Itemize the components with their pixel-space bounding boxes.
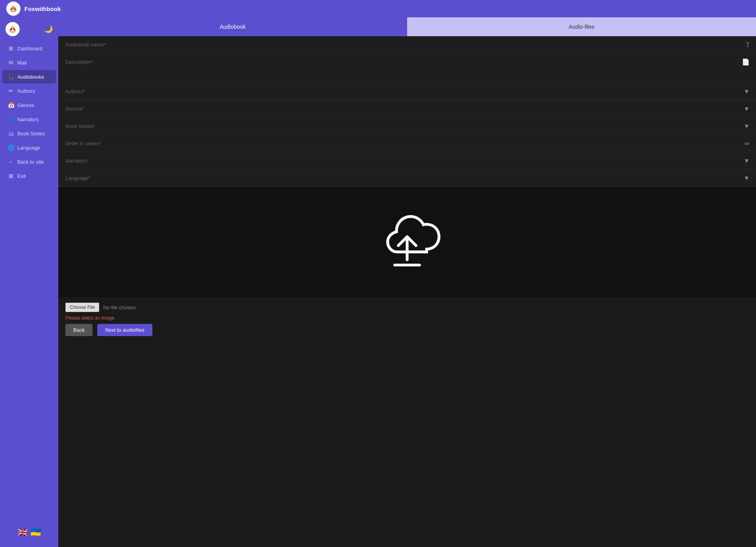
description-field: Description* 📄 [58,54,756,83]
logo-avatar [6,2,20,16]
tab-audio-files[interactable]: Audio-files [407,17,756,36]
choose-file-button[interactable]: Choose File [65,303,99,312]
genres-field: Genres* ▼ [58,100,756,118]
sidebar-avatar [6,22,20,36]
genres-dropdown-icon: ▼ [743,105,750,113]
sidebar-item-label: Genres [17,102,34,108]
sidebar-item-label: Audiobooks [17,74,44,80]
language-icon: 🌐 [8,144,14,151]
svg-point-13 [11,29,12,30]
order-edit-icon: ✏ [745,140,750,147]
back-arrow-icon: ← [8,159,14,165]
svg-point-15 [12,31,13,32]
sidebar-item-label: Narrators [17,116,39,122]
book-series-select[interactable] [58,118,756,135]
tabs-bar: Audiobook Audio-files [58,17,756,36]
dashboard-icon: ⊞ [8,45,14,52]
file-choose-row: Choose File No file chosen [65,303,749,312]
brand-name: Foxwithbook [24,6,61,12]
svg-point-6 [14,9,15,10]
sidebar-item-audiobooks[interactable]: 🎧 Audiobooks [2,70,56,83]
cloud-upload-icon [372,213,443,272]
order-in-series-input[interactable] [58,135,756,152]
top-navbar: Foxwithbook [0,0,756,17]
upload-area [58,187,756,297]
sidebar-item-language[interactable]: 🌐 Language [2,141,56,154]
sidebar-item-label: Authors [17,88,35,94]
audiobooks-icon: 🎧 [8,74,14,80]
content-area: Audiobook Audio-files Audiobook name* T … [58,17,756,547]
main-layout: 🌙 ⊞ Dashboard ✉ Mail 🎧 Audiobooks ✏ Auth… [0,17,756,547]
narrators-select[interactable] [58,152,756,169]
narrators-field: Narrators* ▼ [58,152,756,170]
language-flags: 🇬🇧 🇺🇦 [0,523,58,542]
sidebar-item-narrators[interactable]: 👤 Narrators [2,113,56,126]
book-series-dropdown-icon: ▼ [743,123,750,130]
sidebar-item-back-to-site[interactable]: ← Back to site [2,155,56,168]
flag-ua[interactable]: 🇺🇦 [30,527,41,538]
language-dropdown-icon: ▼ [743,175,750,182]
svg-point-7 [13,11,14,11]
next-button[interactable]: Next to audiofiles [97,324,152,336]
authors-field: Authors* ▼ [58,83,756,100]
sidebar-item-label: Mail [17,60,27,66]
mail-icon: ✉ [8,59,14,66]
exit-icon: ⊠ [8,173,14,179]
language-field: Language* ▼ [58,170,756,187]
description-input[interactable] [58,54,756,81]
genres-icon: 📅 [8,102,14,108]
sidebar-item-exit[interactable]: ⊠ Exit [2,169,56,183]
form-area: Audiobook name* T Description* 📄 Authors… [58,36,756,547]
sidebar-item-label: Back to site [17,159,44,165]
book-series-field: Book Series* ▼ [58,118,756,135]
bottom-actions: Choose File No file chosen Please select… [58,297,756,342]
sidebar-item-book-series[interactable]: 🗂 Book Series [2,127,56,140]
theme-toggle[interactable]: 🌙 [44,25,53,33]
order-in-series-field: Order in series* ✏ [58,135,756,152]
nav-buttons: Back Next to audiofiles [65,324,749,336]
authors-icon: ✏ [8,88,14,94]
sidebar-item-genres[interactable]: 📅 Genres [2,98,56,112]
text-format-icon: T [746,42,750,49]
sidebar-nav: ⊞ Dashboard ✉ Mail 🎧 Audiobooks ✏ Author… [0,42,58,523]
sidebar-item-authors[interactable]: ✏ Authors [2,84,56,98]
sidebar-item-label: Language [17,145,40,151]
sidebar: 🌙 ⊞ Dashboard ✉ Mail 🎧 Audiobooks ✏ Auth… [0,17,58,547]
svg-point-14 [13,29,15,30]
audiobook-name-input[interactable] [58,36,756,53]
svg-point-5 [11,9,13,10]
language-select[interactable] [58,170,756,187]
audiobook-name-field: Audiobook name* T [58,36,756,54]
authors-select[interactable] [58,83,756,100]
no-file-text: No file chosen [103,305,135,310]
flag-uk[interactable]: 🇬🇧 [17,527,28,538]
sidebar-top: 🌙 [0,22,58,42]
description-icon: 📄 [742,58,750,66]
sidebar-item-mail[interactable]: ✉ Mail [2,56,56,69]
tab-audiobook[interactable]: Audiobook [58,17,407,36]
sidebar-item-label: Book Series [17,131,45,137]
book-series-icon: 🗂 [8,130,14,137]
sidebar-item-dashboard[interactable]: ⊞ Dashboard [2,42,56,55]
authors-dropdown-icon: ▼ [743,88,750,95]
sidebar-item-label: Dashboard [17,46,43,52]
narrators-dropdown-icon: ▼ [743,157,750,164]
back-button[interactable]: Back [65,324,93,336]
genres-select[interactable] [58,100,756,117]
upload-error-text: Please select an image. [65,315,749,321]
narrators-icon: 👤 [8,116,14,122]
sidebar-item-label: Exit [17,173,26,179]
